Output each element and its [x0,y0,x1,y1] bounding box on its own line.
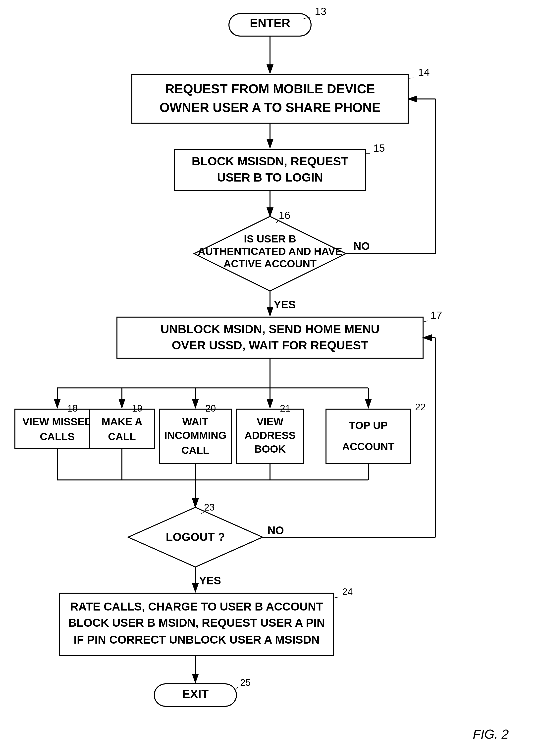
label-19: 19 [132,403,142,413]
svg-line-35 [237,687,238,688]
top-up-label2: ACCOUNT [342,441,394,452]
block-label2: USER B TO LOGIN [217,171,323,184]
wait-incoming-label1: WAIT [183,416,209,427]
svg-line-33 [333,597,339,598]
svg-line-4 [408,78,414,78]
label-16: 16 [279,209,290,221]
make-call-node [90,409,154,449]
no-label-logout: NO [268,524,284,536]
enter-label: ENTER [250,16,290,30]
yes-label-auth: YES [274,298,295,311]
missed-calls-label2: CALLS [40,431,75,442]
label-21: 21 [280,403,290,413]
make-call-label2: CALL [108,431,136,442]
rate-calls-label2: BLOCK USER B MSIDN, REQUEST USER A PIN [68,616,325,629]
auth-label3: ACTIVE ACCOUNT [224,258,316,270]
label-25: 25 [240,677,251,688]
label-24: 24 [342,587,353,597]
exit-label: EXIT [182,687,209,700]
logout-label: LOGOUT ? [166,530,225,543]
flowchart-diagram: ENTER 13 REQUEST FROM MOBILE DEVICE OWNE… [0,0,541,756]
address-book-label3: BOOK [254,443,286,455]
no-label-auth: NO [353,240,370,252]
request-label2: OWNER USER A TO SHARE PHONE [160,100,380,115]
fig-label: FIG. 2 [473,727,509,741]
label-14: 14 [418,66,430,78]
label-15: 15 [373,142,385,154]
rate-calls-label3: IF PIN CORRECT UNBLOCK USER A MSISDN [74,633,319,646]
auth-label1: IS USER B [244,233,296,245]
missed-calls-label1: VIEW MISSED [22,416,92,427]
label-23: 23 [204,502,215,513]
wait-incoming-label3: CALL [182,444,209,456]
svg-line-13 [423,321,427,322]
missed-calls-node [15,409,100,449]
label-20: 20 [205,403,216,413]
label-17: 17 [430,309,442,321]
unblock-label2: OVER USSD, WAIT FOR REQUEST [172,339,368,352]
label-13: 13 [315,5,326,17]
request-label: REQUEST FROM MOBILE DEVICE [165,82,375,96]
address-book-label2: ADDRESS [245,429,295,441]
wait-incoming-label2: INCOMMING [164,429,227,441]
block-label: BLOCK MSISDN, REQUEST [192,155,348,168]
yes-label-logout: YES [199,575,221,587]
rate-calls-label1: RATE CALLS, CHARGE TO USER B ACCOUNT [70,600,323,613]
address-book-label1: VIEW [257,416,283,427]
label-22: 22 [415,402,425,412]
top-up-node [326,409,411,464]
make-call-label1: MAKE A [102,416,142,427]
auth-label2: AUTHENTICATED AND HAVE [198,245,342,257]
label-18: 18 [67,403,78,413]
unblock-label: UNBLOCK MSIDN, SEND HOME MENU [161,323,379,336]
top-up-label1: TOP UP [349,419,388,431]
